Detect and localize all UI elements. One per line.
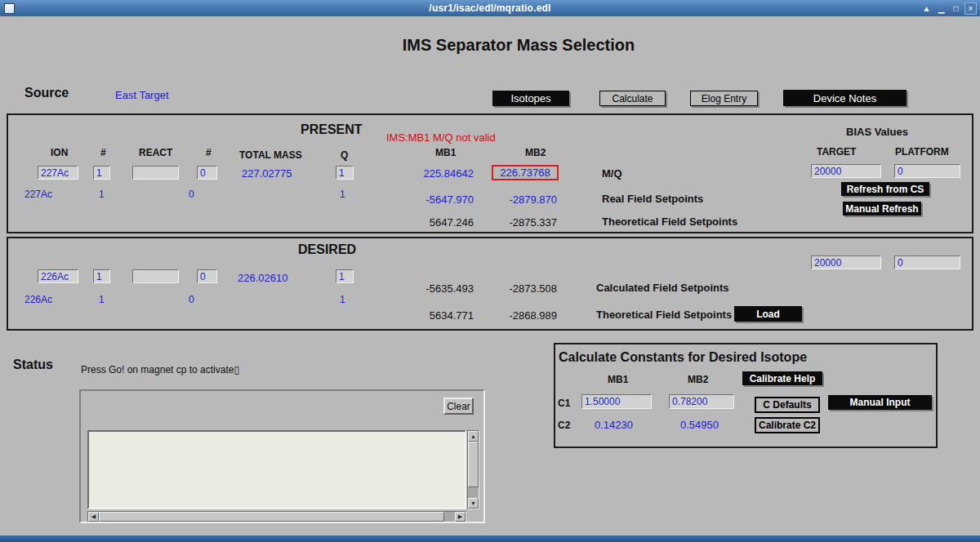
- source-label: Source: [24, 86, 69, 100]
- vertical-scroll-thumb[interactable]: [468, 442, 479, 487]
- present-hash1-readback: 1: [99, 189, 105, 200]
- present-q-readback: 1: [340, 189, 345, 200]
- window-title: /usr1/isac/edl/mqratio.edl: [0, 2, 980, 14]
- status-vertical-scrollbar[interactable]: ▲ ▼: [467, 430, 479, 509]
- refresh-from-cs-button[interactable]: Refresh from CS: [841, 182, 929, 196]
- col-mb1: MB1: [435, 147, 456, 158]
- col-target: TARGET: [817, 146, 856, 158]
- desired-hash2-input[interactable]: [197, 269, 217, 283]
- window-titlebar[interactable]: /usr1/isac/edl/mqratio.edl ▲ ▁ □ ×: [0, 0, 980, 16]
- desired-q-readback: 1: [340, 294, 345, 305]
- desired-ion-readback: 226Ac: [24, 294, 52, 305]
- c1-mb2-input[interactable]: [669, 394, 734, 409]
- present-hash2-input[interactable]: [197, 166, 217, 180]
- present-title: PRESENT: [301, 122, 363, 137]
- present-hash1-input[interactable]: [93, 166, 110, 180]
- c2-mb1-value: 0.14230: [595, 419, 633, 431]
- c1-label: C1: [558, 398, 570, 409]
- present-mb1-real: -5647.970: [408, 193, 474, 206]
- desired-mb1-theoretical: 5634.771: [408, 309, 474, 322]
- status-label: Status: [13, 358, 53, 372]
- elog-entry-button[interactable]: Elog Entry: [690, 91, 758, 106]
- desired-hash2-readback: 0: [189, 294, 194, 305]
- shade-icon[interactable]: ▲: [920, 2, 933, 15]
- desired-ion-input[interactable]: [38, 269, 78, 283]
- present-warning: IMS:MB1 M/Q not valid: [386, 131, 496, 144]
- col-react: REACT: [139, 147, 172, 158]
- present-ion-readback: 227Ac: [24, 189, 52, 200]
- manual-refresh-button[interactable]: Manual Refresh: [843, 202, 921, 215]
- status-horizontal-scrollbar[interactable]: ◀ ▶: [87, 511, 466, 522]
- desired-mb1-calculated: -5635.493: [408, 282, 474, 295]
- constants-mb2-header: MB2: [688, 374, 708, 385]
- desired-total-mass: 226.02610: [238, 272, 287, 284]
- desired-hash1-input[interactable]: [93, 269, 110, 283]
- present-theoretical-label: Theoretical Field Setpoints: [602, 215, 737, 228]
- calibrate-c2-button[interactable]: Calibrate C2: [755, 417, 820, 433]
- col-platform: PLATFORM: [895, 146, 949, 158]
- scroll-down-icon[interactable]: ▼: [468, 498, 479, 509]
- maximize-icon[interactable]: □: [950, 2, 962, 15]
- constants-mb1-header: MB1: [608, 374, 628, 385]
- app-window: /usr1/isac/edl/mqratio.edl ▲ ▁ □ × IMS S…: [0, 0, 980, 542]
- desired-q-input[interactable]: [336, 269, 354, 283]
- col-mb2: MB2: [525, 147, 546, 158]
- horizontal-scroll-thumb[interactable]: [99, 512, 444, 522]
- col-total-mass: TOTAL MASS: [239, 149, 302, 161]
- calibrate-help-button[interactable]: Calibrate Help: [742, 371, 822, 385]
- present-mb2-theoretical: -2875.337: [492, 216, 557, 229]
- real-setpoints-label: Real Field Setpoints: [602, 193, 703, 205]
- col-hash2: #: [206, 147, 212, 158]
- bias-values-label: BIAS Values: [846, 126, 908, 138]
- present-mb1-theoretical: 5647.246: [408, 216, 474, 229]
- constants-title: Calculate Constants for Desired Isotope: [559, 350, 807, 365]
- status-message: Press Go! on magnet cp to activate▯: [81, 364, 239, 375]
- present-total-mass: 227.02775: [242, 167, 292, 180]
- scroll-up-icon[interactable]: ▲: [468, 431, 479, 442]
- present-mb2-real: -2879.870: [492, 193, 557, 206]
- c2-mb2-value: 0.54950: [680, 419, 719, 431]
- desired-mb2-theoretical: -2868.989: [492, 309, 557, 322]
- present-q-input[interactable]: [336, 166, 354, 180]
- mq-row-label: M/Q: [602, 167, 622, 180]
- manual-input-button[interactable]: Manual Input: [828, 395, 932, 410]
- present-ion-input[interactable]: [38, 166, 78, 180]
- col-ion: ION: [51, 147, 68, 158]
- calculated-setpoints-label: Calculated Field Setpoints: [596, 282, 729, 294]
- minimize-icon[interactable]: ▁: [935, 2, 947, 15]
- desired-theoretical-label: Theoretical Field Setpoints: [596, 309, 732, 321]
- c2-label: C2: [558, 420, 570, 431]
- present-platform-input[interactable]: [894, 164, 960, 178]
- isotopes-button[interactable]: Isotopes: [492, 91, 569, 106]
- desired-target-input[interactable]: [811, 255, 881, 269]
- close-icon[interactable]: ×: [964, 2, 977, 15]
- device-notes-button[interactable]: Device Notes: [783, 90, 906, 106]
- desired-hash1-readback: 1: [99, 294, 105, 305]
- load-button[interactable]: Load: [734, 306, 802, 322]
- calculate-button[interactable]: Calculate: [599, 91, 666, 106]
- window-bottom-border: [0, 535, 980, 542]
- present-react-input[interactable]: [132, 166, 179, 180]
- status-log-textarea[interactable]: [87, 430, 466, 509]
- page-title: IMS Separator Mass Selection: [29, 36, 980, 55]
- present-mb1-mq: 225.84642: [408, 167, 474, 180]
- col-hash1: #: [100, 147, 106, 158]
- scroll-right-icon[interactable]: ▶: [455, 512, 466, 522]
- desired-mb2-calculated: -2873.508: [492, 282, 557, 295]
- desired-react-input[interactable]: [132, 269, 179, 283]
- col-q: Q: [341, 149, 348, 161]
- present-hash2-readback: 0: [189, 189, 194, 200]
- source-value: East Target: [115, 89, 169, 101]
- present-mb2-mq-alarm: 226.73768: [492, 165, 559, 180]
- desired-platform-input[interactable]: [894, 255, 960, 269]
- desired-title: DESIRED: [298, 242, 356, 257]
- scroll-left-icon[interactable]: ◀: [88, 512, 99, 522]
- c-defaults-button[interactable]: C Defaults: [755, 397, 820, 413]
- c1-mb1-input[interactable]: [581, 394, 652, 409]
- clear-button[interactable]: Clear: [443, 398, 474, 415]
- desired-group: [7, 237, 973, 331]
- window-controls: ▲ ▁ □ ×: [920, 0, 977, 16]
- present-target-input[interactable]: [811, 164, 881, 178]
